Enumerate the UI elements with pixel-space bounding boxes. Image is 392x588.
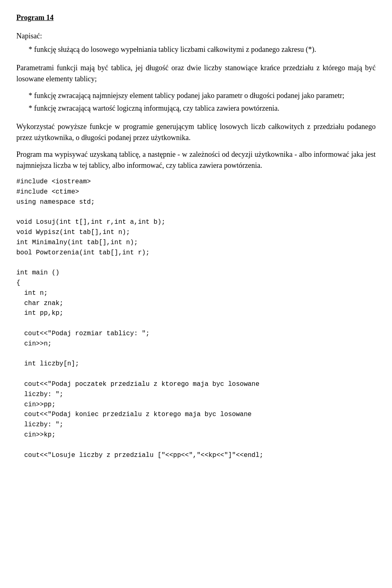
- code-line-bool-powtorzenia: bool Powtorzenia(int tab[],int r);: [16, 249, 149, 256]
- code-line-char-znak: char znak;: [16, 300, 63, 307]
- code-line-cout-rozmiar: cout<<"Podaj rozmiar tablicy: ";: [16, 330, 149, 337]
- code-line-cin-n: cin>>n;: [16, 340, 51, 347]
- code-line-cout-losuje: cout<<"Losuje liczby z przedzialu ["<<pp…: [16, 452, 263, 459]
- code-line-include1: #include <iostream>: [16, 178, 91, 185]
- page-title: Program 14: [16, 12, 376, 23]
- code-line-cout-koniec2: liczby: ";: [16, 421, 63, 428]
- code-line-int-pp: int pp,kp;: [16, 310, 63, 317]
- code-line-void-wypisz: void Wypisz(int tab[],int n);: [16, 229, 130, 236]
- paragraph1: Wykorzystać powyższe funkcje w programie…: [16, 121, 376, 143]
- code-line-int-n: int n;: [16, 290, 48, 297]
- code-line-cout-koniec1: cout<<"Podaj koniec przedzialu z ktorego…: [16, 411, 252, 418]
- intro-bullet: * funkcję służącą do losowego wypełniani…: [16, 44, 376, 55]
- code-line-int-minimalny: int Minimalny(int tab[],int n);: [16, 239, 138, 246]
- napisac-label: Napisać:: [16, 31, 376, 42]
- code-line-int-liczby: int liczby[n];: [16, 360, 79, 368]
- code-line-using: using namespace std;: [16, 198, 95, 206]
- code-line-int-main: int main (): [16, 269, 60, 276]
- code-line-cin-kp: cin>>kp;: [16, 431, 56, 439]
- paragraph2: Program ma wypisywać uzyskaną tablicę, a…: [16, 149, 376, 171]
- code-line-void-losuj: void Losuj(int t[],int r,int a,int b);: [16, 218, 165, 226]
- code-line-brace-open: {: [16, 279, 20, 287]
- param-paragraph: Parametrami funkcji mają być tablica, je…: [16, 62, 376, 85]
- code-line-include2: #include <ctime>: [16, 188, 79, 196]
- bullet3-item: * funkcję zwracającą wartość logiczną in…: [16, 103, 376, 114]
- code-block: #include <iostream> #include <ctime> usi…: [16, 177, 376, 460]
- code-line-cout-poczatek1: cout<<"Podaj poczatek przedzialu z ktore…: [16, 381, 259, 388]
- code-line-cin-pp: cin>>pp;: [16, 401, 56, 408]
- param-intro-text: Parametrami funkcji mają być tablica, je…: [16, 64, 376, 83]
- bullet2-item: * funkcję zwracającą najmniejszy element…: [16, 90, 376, 101]
- code-line-cout-poczatek2: liczby: ";: [16, 391, 63, 398]
